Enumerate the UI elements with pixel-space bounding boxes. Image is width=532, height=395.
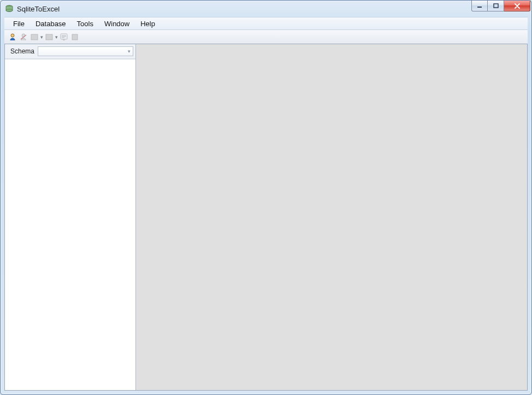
toolbar-import-group: ▾ [29, 32, 43, 42]
disconnect-icon [19, 33, 28, 41]
close-icon [514, 3, 521, 9]
schema-row: Schema ▾ [5, 44, 135, 59]
svg-rect-10 [72, 34, 78, 40]
maximize-icon [493, 3, 499, 9]
toolbar-query-button[interactable] [59, 32, 69, 42]
svg-point-4 [11, 34, 14, 37]
toolbar-stop-button[interactable] [70, 32, 80, 42]
export-icon [45, 33, 54, 41]
menu-window[interactable]: Window [100, 19, 134, 29]
menu-file[interactable]: File [9, 19, 29, 29]
sidebar: Schema ▾ [5, 44, 136, 390]
menu-database[interactable]: Database [31, 19, 70, 29]
connect-icon [8, 33, 17, 41]
toolbar-import-button[interactable] [29, 32, 39, 42]
toolbar-connect-button[interactable] [8, 32, 17, 42]
svg-rect-7 [31, 34, 38, 40]
minimize-icon [477, 3, 482, 9]
client-area: Schema ▾ [4, 44, 528, 391]
import-icon [30, 33, 39, 41]
svg-rect-2 [477, 7, 482, 8]
minimize-button[interactable] [471, 1, 488, 11]
app-icon [5, 4, 14, 13]
toolbar-export-group: ▾ [44, 32, 58, 42]
window-title: SqliteToExcel [17, 5, 60, 13]
schema-label: Schema [10, 47, 36, 55]
window-controls [471, 1, 530, 11]
main-workspace [136, 44, 527, 390]
svg-rect-3 [494, 4, 498, 8]
menu-tools[interactable]: Tools [73, 19, 98, 29]
toolbar: ▾ ▾ [4, 30, 528, 45]
title-bar: SqliteToExcel [1, 1, 531, 17]
menu-bar: File Database Tools Window Help [4, 17, 528, 30]
svg-rect-8 [46, 34, 52, 40]
menu-help[interactable]: Help [136, 19, 159, 29]
query-icon [60, 33, 68, 41]
stop-icon [70, 33, 79, 41]
chevron-down-icon[interactable]: ▾ [55, 34, 58, 40]
schema-select[interactable]: ▾ [38, 46, 133, 56]
close-button[interactable] [504, 1, 530, 11]
chevron-down-icon: ▾ [128, 49, 131, 54]
toolbar-export-button[interactable] [44, 32, 54, 42]
maximize-button[interactable] [488, 1, 504, 11]
toolbar-disconnect-button[interactable] [19, 32, 28, 42]
schema-tree[interactable] [5, 59, 135, 390]
app-window: SqliteToExcel File Database Tools [0, 0, 532, 395]
chevron-down-icon[interactable]: ▾ [40, 34, 43, 40]
